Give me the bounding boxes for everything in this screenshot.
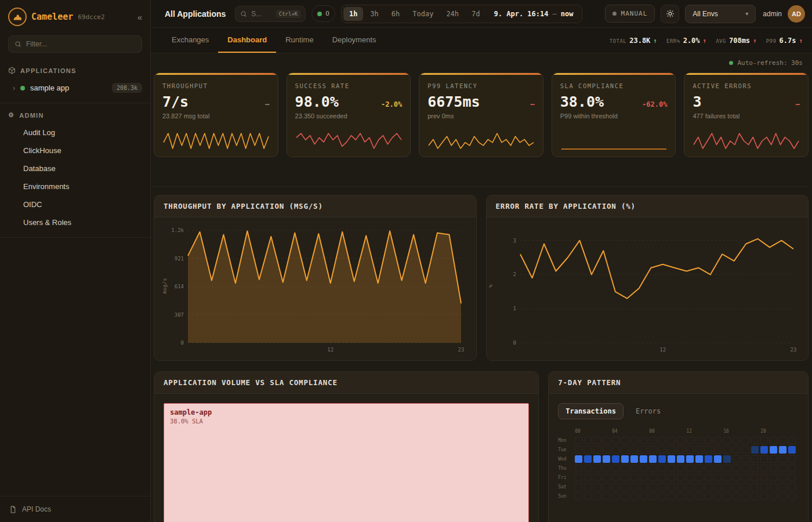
heatmap-cell[interactable] xyxy=(751,437,759,444)
heatmap-cell[interactable] xyxy=(742,492,749,500)
time-range-6h[interactable]: 6h xyxy=(386,7,405,21)
heatmap-cell[interactable] xyxy=(695,437,703,444)
heatmap-cell[interactable] xyxy=(686,465,694,472)
heatmap-cell[interactable] xyxy=(584,437,592,444)
heatmap-cell[interactable] xyxy=(668,465,675,472)
heatmap-cell[interactable] xyxy=(584,474,592,481)
heatmap-cell[interactable] xyxy=(695,483,703,491)
heatmap-cell[interactable] xyxy=(621,455,629,463)
heatmap-cell[interactable] xyxy=(630,455,638,463)
heatmap-cell[interactable] xyxy=(723,474,731,481)
heatmap-cell[interactable] xyxy=(630,446,638,454)
heatmap-cell[interactable] xyxy=(751,455,759,463)
heatmap-cell[interactable] xyxy=(742,465,749,472)
heatmap-cell[interactable] xyxy=(770,492,777,500)
heatmap-cell[interactable] xyxy=(705,455,712,463)
live-indicator[interactable]: O xyxy=(311,5,335,22)
heatmap-cell[interactable] xyxy=(575,437,582,444)
heatmap-cell[interactable] xyxy=(723,437,731,444)
time-range-7d[interactable]: 7d xyxy=(466,7,485,21)
heatmap-cell[interactable] xyxy=(658,474,666,481)
heatmap-cell[interactable] xyxy=(575,465,582,472)
heatmap-cell[interactable] xyxy=(770,474,777,481)
sidebar-item-clickhouse[interactable]: ClickHouse xyxy=(0,142,150,160)
theme-toggle-button[interactable] xyxy=(661,5,679,23)
heatmap-cell[interactable] xyxy=(788,465,796,472)
tab-runtime[interactable]: Runtime xyxy=(276,28,322,53)
heatmap-cell[interactable] xyxy=(742,437,749,444)
heatmap-cell[interactable] xyxy=(603,465,610,472)
heatmap-cell[interactable] xyxy=(593,465,601,472)
heatmap-cell[interactable] xyxy=(714,455,722,463)
heatmap-cell[interactable] xyxy=(584,446,592,454)
heatmap-cell[interactable] xyxy=(695,465,703,472)
heatmap-cell[interactable] xyxy=(742,474,749,481)
heatmap-cell[interactable] xyxy=(677,455,684,463)
tab-exchanges[interactable]: Exchanges xyxy=(162,28,218,53)
tab-errors[interactable]: Errors xyxy=(628,403,668,419)
heatmap-cell[interactable] xyxy=(788,446,796,454)
heatmap-cell[interactable] xyxy=(593,455,601,463)
heatmap-cell[interactable] xyxy=(760,437,768,444)
heatmap-cell[interactable] xyxy=(575,446,582,454)
heatmap-cell[interactable] xyxy=(714,483,722,491)
heatmap-cell[interactable] xyxy=(668,474,675,481)
heatmap-cell[interactable] xyxy=(612,492,619,500)
global-search[interactable]: S... Ctrl+K xyxy=(235,6,306,22)
heatmap-cell[interactable] xyxy=(603,437,610,444)
heatmap-cell[interactable] xyxy=(593,492,601,500)
heatmap-cell[interactable] xyxy=(788,483,796,491)
tab-transactions[interactable]: Transactions xyxy=(558,403,624,419)
heatmap-cell[interactable] xyxy=(630,465,638,472)
heatmap-cell[interactable] xyxy=(788,492,796,500)
heatmap-cell[interactable] xyxy=(668,492,675,500)
tab-dashboard[interactable]: Dashboard xyxy=(218,28,276,53)
heatmap-cell[interactable] xyxy=(733,465,740,472)
heatmap-cell[interactable] xyxy=(760,483,768,491)
sidebar-item-sample-app[interactable]: › sample app 208.3k xyxy=(0,79,150,97)
heatmap-cell[interactable] xyxy=(668,483,675,491)
heatmap-cell[interactable] xyxy=(714,465,722,472)
heatmap-cell[interactable] xyxy=(575,455,582,463)
heatmap-cell[interactable] xyxy=(686,446,694,454)
heatmap-cell[interactable] xyxy=(584,465,592,472)
heatmap-cell[interactable] xyxy=(621,437,629,444)
heatmap-cell[interactable] xyxy=(695,455,703,463)
heatmap-cell[interactable] xyxy=(649,455,657,463)
heatmap-cell[interactable] xyxy=(612,446,619,454)
filter-box[interactable] xyxy=(8,35,142,53)
heatmap-cell[interactable] xyxy=(575,483,582,491)
heatmap-cell[interactable] xyxy=(770,465,777,472)
heatmap-cell[interactable] xyxy=(603,483,610,491)
heatmap-cell[interactable] xyxy=(695,474,703,481)
heatmap-cell[interactable] xyxy=(714,437,722,444)
sidebar-collapse-button[interactable]: « xyxy=(137,12,142,22)
heatmap-cell[interactable] xyxy=(668,446,675,454)
heatmap-cell[interactable] xyxy=(677,474,684,481)
date-range[interactable]: 9. Apr. 16:14 – now xyxy=(487,10,581,18)
heatmap-cell[interactable] xyxy=(770,483,777,491)
heatmap-cell[interactable] xyxy=(593,474,601,481)
heatmap-cell[interactable] xyxy=(621,446,629,454)
heatmap-cell[interactable] xyxy=(733,474,740,481)
heatmap-cell[interactable] xyxy=(705,446,712,454)
heatmap-cell[interactable] xyxy=(723,465,731,472)
heatmap-cell[interactable] xyxy=(779,492,786,500)
heatmap-cell[interactable] xyxy=(584,455,592,463)
heatmap-cell[interactable] xyxy=(640,474,647,481)
heatmap-cell[interactable] xyxy=(770,455,777,463)
heatmap-cell[interactable] xyxy=(760,474,768,481)
heatmap-cell[interactable] xyxy=(714,446,722,454)
heatmap-cell[interactable] xyxy=(770,446,777,454)
sidebar-item-oidc[interactable]: OIDC xyxy=(0,195,150,213)
main-content[interactable]: Auto-refresh: 30s THROUGHPUT 7/s– 23.827… xyxy=(151,53,812,522)
heatmap-cell[interactable] xyxy=(649,492,657,500)
api-docs-link[interactable]: API Docs xyxy=(0,496,150,522)
heatmap-cell[interactable] xyxy=(630,483,638,491)
heatmap-cell[interactable] xyxy=(621,492,629,500)
heatmap-cell[interactable] xyxy=(658,446,666,454)
heatmap-cell[interactable] xyxy=(705,483,712,491)
heatmap-cell[interactable] xyxy=(603,492,610,500)
heatmap-cell[interactable] xyxy=(760,455,768,463)
heatmap-cell[interactable] xyxy=(630,437,638,444)
